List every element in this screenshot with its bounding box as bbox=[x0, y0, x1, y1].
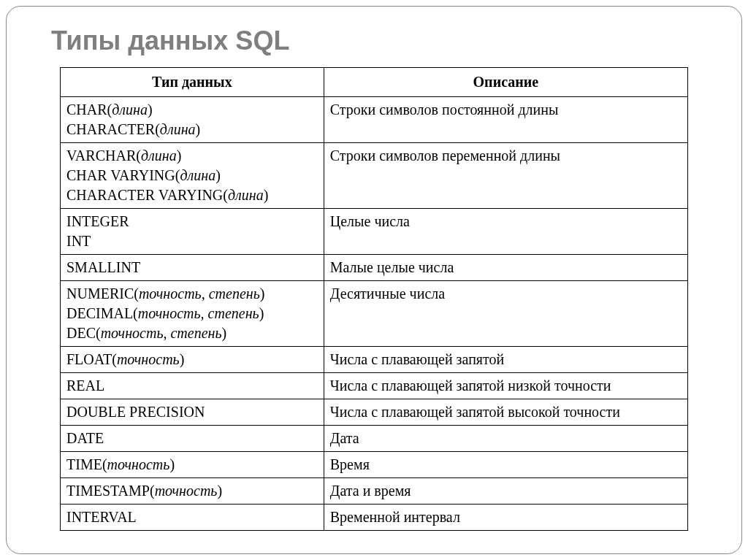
table-row: VARCHAR(длина)CHAR VARYING(длина)CHARACT… bbox=[61, 143, 688, 209]
type-name: DECIMAL bbox=[66, 305, 133, 321]
type-name: INTEGER bbox=[66, 213, 129, 229]
type-cell: TIME(точность) bbox=[61, 452, 324, 478]
type-name: CHAR bbox=[66, 101, 107, 118]
desc-cell: Числа с плавающей запятой высокой точнос… bbox=[324, 399, 687, 426]
type-param: точность bbox=[117, 351, 180, 367]
desc-cell: Время bbox=[324, 452, 687, 478]
desc-cell: Числа с плавающей запятой низкой точност… bbox=[324, 373, 687, 399]
header-desc: Описание bbox=[324, 68, 687, 97]
type-line: DECIMAL(точность, степень) bbox=[66, 304, 318, 323]
type-cell: SMALLINT bbox=[61, 255, 324, 281]
table-body: CHAR(длина)CHARACTER(длина)Строки символ… bbox=[61, 97, 688, 531]
table-row: TIMESTAMP(точность)Дата и время bbox=[61, 478, 688, 505]
type-cell: INTERVAL bbox=[61, 505, 324, 531]
desc-cell: Целые числа bbox=[324, 209, 687, 255]
type-line: INTEGER bbox=[66, 212, 318, 231]
type-param: длина bbox=[141, 147, 177, 164]
type-param: длина bbox=[160, 121, 196, 137]
type-name: FLOAT bbox=[66, 351, 112, 367]
type-name: INTERVAL bbox=[66, 509, 137, 525]
type-line: INT bbox=[66, 231, 318, 251]
data-types-table: Тип данных Описание CHAR(длина)CHARACTER… bbox=[60, 67, 688, 531]
type-line: DOUBLE PRECISION bbox=[66, 402, 318, 422]
header-type: Тип данных bbox=[61, 68, 324, 97]
type-cell: TIMESTAMP(точность) bbox=[61, 478, 324, 505]
type-cell: FLOAT(точность) bbox=[61, 347, 324, 373]
type-line: CHARACTER(длина) bbox=[66, 120, 318, 139]
table-row: NUMERIC(точность, степень)DECIMAL(точнос… bbox=[61, 281, 688, 347]
type-name: CHAR VARYING bbox=[66, 167, 175, 183]
table-row: CHAR(длина)CHARACTER(длина)Строки символ… bbox=[61, 97, 688, 143]
type-param: точность bbox=[155, 483, 218, 499]
type-line: SMALLINT bbox=[66, 258, 318, 277]
desc-cell: Дата bbox=[324, 426, 687, 452]
type-line: CHAR(длина) bbox=[66, 100, 318, 120]
type-cell: DATE bbox=[61, 426, 324, 452]
type-line: DATE bbox=[66, 429, 318, 448]
desc-cell: Строки символов переменной длины bbox=[324, 143, 687, 209]
type-param: точность bbox=[107, 456, 170, 472]
table-row: FLOAT(точность)Числа с плавающей запятой bbox=[61, 347, 688, 373]
table-row: INTERVALВременной интервал bbox=[61, 505, 688, 531]
desc-cell: Строки символов постоянной длины bbox=[324, 97, 687, 143]
type-name: DOUBLE PRECISION bbox=[66, 404, 205, 420]
type-param: длина bbox=[228, 187, 264, 203]
type-name: VARCHAR bbox=[66, 147, 136, 164]
type-name: CHARACTER bbox=[66, 121, 155, 137]
type-name: SMALLINT bbox=[66, 259, 140, 275]
type-param: точность, степень bbox=[139, 285, 260, 302]
type-name: CHARACTER VARYING bbox=[66, 187, 223, 203]
page-title: Типы данных SQL bbox=[51, 26, 711, 56]
table-row: REALЧисла с плавающей запятой низкой точ… bbox=[61, 373, 688, 399]
type-name: DATE bbox=[66, 430, 104, 446]
type-line: TIMESTAMP(точность) bbox=[66, 481, 318, 501]
type-cell: VARCHAR(длина)CHAR VARYING(длина)CHARACT… bbox=[61, 143, 324, 209]
type-line: FLOAT(точность) bbox=[66, 350, 318, 369]
type-name: DEC bbox=[66, 325, 96, 341]
type-name: REAL bbox=[66, 377, 104, 394]
type-cell: NUMERIC(точность, степень)DECIMAL(точнос… bbox=[61, 281, 324, 347]
table-row: DOUBLE PRECISIONЧисла с плавающей запято… bbox=[61, 399, 688, 426]
type-name: TIME bbox=[66, 456, 102, 472]
table-row: TIME(точность)Время bbox=[61, 452, 688, 478]
type-line: TIME(точность) bbox=[66, 455, 318, 475]
type-cell: REAL bbox=[61, 373, 324, 399]
type-param: точность, степень bbox=[138, 305, 259, 321]
table-row: SMALLINTМалые целые числа bbox=[61, 255, 688, 281]
desc-cell: Числа с плавающей запятой bbox=[324, 347, 687, 373]
type-param: длина bbox=[112, 101, 148, 118]
type-cell: DOUBLE PRECISION bbox=[61, 399, 324, 426]
type-cell: CHAR(длина)CHARACTER(длина) bbox=[61, 97, 324, 143]
type-line: VARCHAR(длина) bbox=[66, 146, 318, 166]
type-name: NUMERIC bbox=[66, 285, 134, 302]
type-cell: INTEGERINT bbox=[61, 209, 324, 255]
type-param: длина bbox=[180, 167, 215, 183]
type-line: REAL bbox=[66, 376, 318, 396]
table-row: DATEДата bbox=[61, 426, 688, 452]
desc-cell: Малые целые числа bbox=[324, 255, 687, 281]
type-line: DEC(точность, степень) bbox=[66, 323, 318, 343]
type-name: INT bbox=[66, 233, 91, 249]
table-header-row: Тип данных Описание bbox=[61, 68, 688, 97]
type-line: CHARACTER VARYING(длина) bbox=[66, 185, 318, 205]
type-line: CHAR VARYING(длина) bbox=[66, 166, 318, 185]
desc-cell: Временной интервал bbox=[324, 505, 687, 531]
type-line: NUMERIC(точность, степень) bbox=[66, 284, 318, 304]
desc-cell: Десятичные числа bbox=[324, 281, 687, 347]
type-line: INTERVAL bbox=[66, 507, 318, 527]
desc-cell: Дата и время bbox=[324, 478, 687, 505]
type-param: точность, степень bbox=[101, 325, 222, 341]
type-name: TIMESTAMP bbox=[66, 483, 150, 499]
table-row: INTEGERINTЦелые числа bbox=[61, 209, 688, 255]
